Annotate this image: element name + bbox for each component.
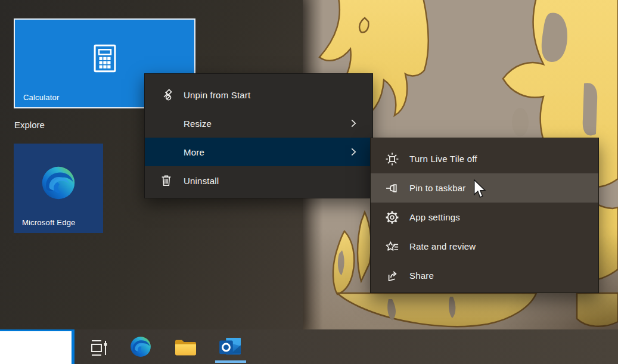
rate-star-icon (384, 239, 400, 254)
menu-item-app-settings[interactable]: App settings (371, 203, 598, 232)
menu-item-label: Pin to taskbar (409, 183, 590, 193)
edge-icon (130, 336, 151, 357)
menu-item-turn-live-tile-off[interactable]: Turn Live Tile off (371, 144, 598, 173)
menu-item-label: Uninstall (184, 176, 364, 186)
menu-item-more[interactable]: More (145, 138, 372, 166)
live-tile-icon (384, 151, 400, 167)
task-view-button[interactable] (81, 329, 117, 364)
menu-item-label: Resize (184, 119, 347, 129)
tile-label: Microsoft Edge (22, 218, 76, 227)
menu-item-resize[interactable]: Resize (145, 109, 372, 138)
menu-item-label: Share (409, 270, 590, 281)
menu-item-rate-and-review[interactable]: Rate and review (371, 232, 598, 261)
tile-microsoft-edge[interactable]: Microsoft Edge (14, 144, 103, 233)
chevron-right-icon (347, 146, 359, 158)
menu-item-pin-to-taskbar[interactable]: Pin to taskbar (371, 173, 598, 203)
menu-item-label: Rate and review (409, 241, 590, 251)
chevron-right-icon (347, 117, 359, 129)
desktop-screen: Calculator Explore Microsoft Edge Unpin … (0, 0, 618, 364)
taskbar-outlook-button[interactable] (213, 329, 249, 364)
share-icon (384, 268, 400, 284)
pin-icon (384, 181, 400, 196)
tile-context-menu: Unpin from Start Resize More Uninstall (144, 73, 373, 198)
start-section-label: Explore (14, 120, 45, 130)
calculator-icon (94, 44, 116, 73)
menu-item-label: Unpin from Start (184, 90, 364, 100)
taskbar-search-box[interactable] (0, 329, 74, 364)
menu-item-share[interactable]: Share (371, 261, 598, 290)
gear-icon (384, 210, 400, 225)
menu-item-unpin-from-start[interactable]: Unpin from Start (145, 80, 372, 109)
trash-icon (159, 173, 173, 188)
task-view-icon (89, 337, 109, 357)
menu-item-label: More (184, 147, 347, 157)
menu-item-label: Turn Live Tile off (409, 154, 590, 164)
active-app-indicator (215, 360, 246, 363)
more-submenu: Turn Live Tile off Pin to taskbar App se… (370, 138, 599, 293)
tile-label: Calculator (23, 93, 60, 102)
menu-item-uninstall[interactable]: Uninstall (145, 166, 372, 195)
unpin-icon (159, 88, 173, 102)
taskbar (0, 329, 618, 364)
taskbar-edge-button[interactable] (123, 329, 159, 364)
folder-icon (175, 338, 197, 356)
outlook-icon (219, 337, 242, 357)
edge-logo-icon (41, 166, 76, 200)
taskbar-file-explorer-button[interactable] (167, 329, 203, 364)
menu-item-label: App settings (409, 212, 590, 222)
